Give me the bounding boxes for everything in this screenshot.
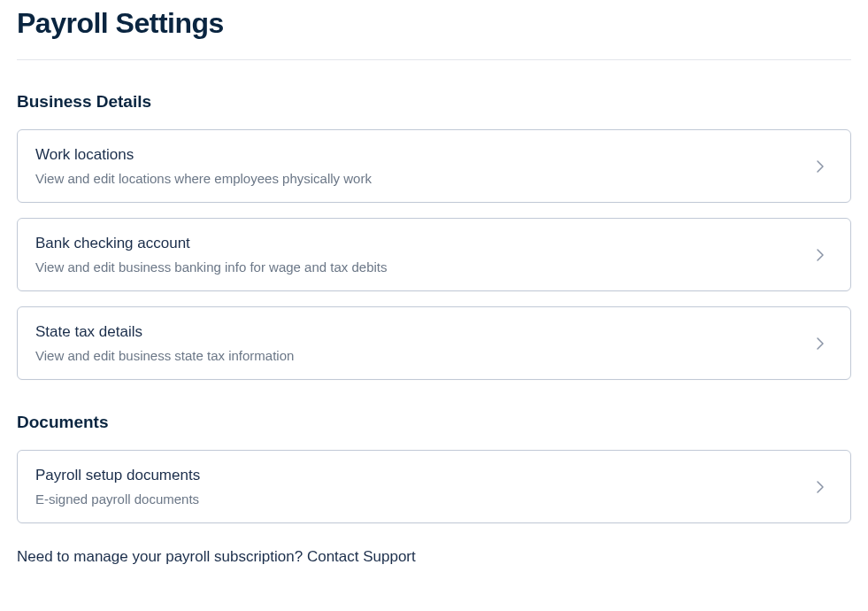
chevron-right-icon — [813, 336, 827, 351]
card-payroll-setup-documents[interactable]: Payroll setup documents E-signed payroll… — [17, 450, 851, 523]
section-heading-business: Business Details — [17, 92, 851, 112]
card-title: Work locations — [35, 146, 372, 164]
card-subtitle: E-signed payroll documents — [35, 491, 200, 507]
section-heading-documents: Documents — [17, 413, 851, 432]
footer-prefix: Need to manage your payroll subscription… — [17, 548, 307, 565]
chevron-right-icon — [813, 480, 827, 494]
card-title: State tax details — [35, 323, 294, 341]
page-title: Payroll Settings — [17, 7, 851, 40]
card-subtitle: View and edit locations where employees … — [35, 171, 372, 186]
chevron-right-icon — [813, 248, 827, 262]
footer-text: Need to manage your payroll subscription… — [17, 548, 851, 566]
card-bank-checking-account[interactable]: Bank checking account View and edit busi… — [17, 218, 851, 291]
card-work-locations[interactable]: Work locations View and edit locations w… — [17, 129, 851, 203]
card-text: Work locations View and edit locations w… — [35, 146, 372, 186]
card-subtitle: View and edit business banking info for … — [35, 259, 388, 275]
card-text: Bank checking account View and edit busi… — [35, 235, 388, 275]
card-title: Payroll setup documents — [35, 467, 200, 484]
chevron-right-icon — [813, 159, 827, 174]
card-text: State tax details View and edit business… — [35, 323, 294, 363]
contact-support-link[interactable]: Contact Support — [307, 548, 416, 565]
card-subtitle: View and edit business state tax informa… — [35, 348, 294, 363]
card-text: Payroll setup documents E-signed payroll… — [35, 467, 200, 507]
card-title: Bank checking account — [35, 235, 388, 252]
card-state-tax-details[interactable]: State tax details View and edit business… — [17, 306, 851, 380]
divider — [17, 59, 851, 60]
